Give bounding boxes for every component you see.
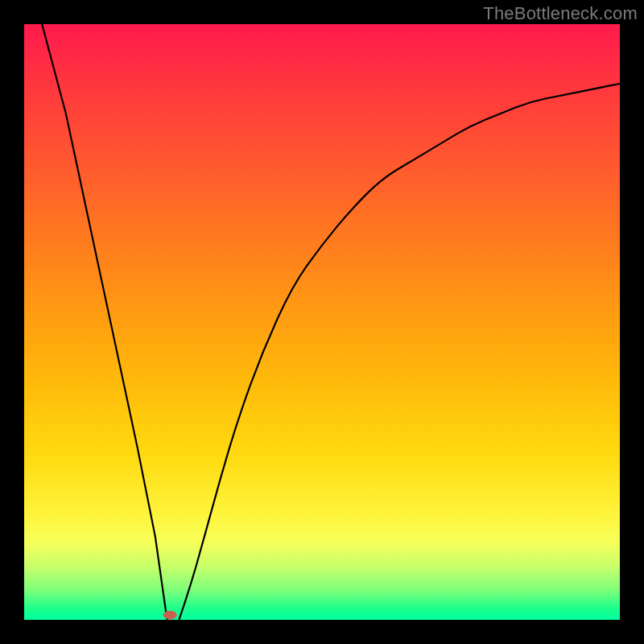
plot-area <box>24 24 620 620</box>
curve-svg <box>24 24 620 620</box>
curve-right-branch <box>179 84 620 620</box>
minimum-marker <box>163 611 176 619</box>
watermark-text: TheBottleneck.com <box>483 3 638 24</box>
chart-root: TheBottleneck.com <box>0 0 644 644</box>
curve-left-branch <box>42 24 167 620</box>
